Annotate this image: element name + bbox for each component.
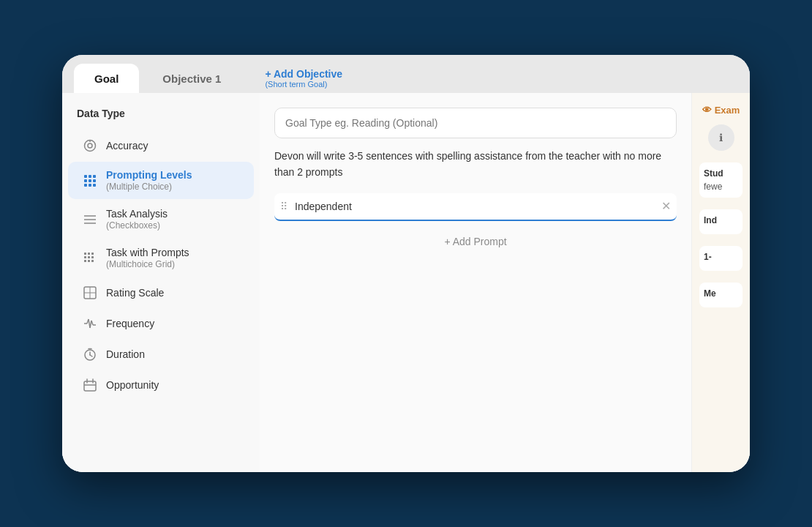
right-section-3-title: 1- [704, 252, 738, 262]
sidebar-item-opportunity-label: Opportunity [106, 379, 159, 391]
clear-prompt-button[interactable]: ✕ [661, 201, 671, 212]
svg-rect-3 [84, 175, 87, 178]
tab-objective1[interactable]: Objective 1 [142, 64, 241, 93]
svg-line-31 [91, 321, 93, 325]
sidebar-item-duration[interactable]: Duration [68, 340, 254, 369]
right-panel-header: 👁 Exam [702, 105, 740, 116]
add-prompt-label: + Add Prompt [444, 236, 506, 247]
svg-rect-23 [91, 260, 94, 262]
add-objective-label: + Add Objective [265, 68, 342, 80]
drag-handle-icon: ⠿ [280, 201, 287, 212]
frequency-icon [83, 316, 97, 331]
sidebar-item-accuracy-label: Accuracy [106, 140, 149, 152]
sidebar-item-task-prompts-text: Task with Prompts (Multichoice Grid) [106, 247, 189, 269]
right-section-1-title: Stud [704, 168, 738, 179]
sidebar-item-task-prompts-sub: (Multichoice Grid) [106, 259, 189, 269]
tab-goal[interactable]: Goal [74, 64, 139, 93]
svg-point-1 [88, 143, 92, 148]
right-section-4: Me [699, 283, 743, 307]
right-panel-title: Exam [715, 105, 740, 116]
sidebar-item-prompting-label: Prompting Levels [106, 169, 192, 181]
svg-rect-20 [91, 256, 94, 258]
right-info-icon[interactable]: ℹ [708, 124, 734, 151]
svg-rect-4 [89, 175, 91, 178]
right-section-1: Stud fewe [699, 162, 743, 198]
svg-rect-11 [93, 184, 96, 187]
sidebar-title: Data Type [62, 108, 260, 130]
sidebar-item-rating-text: Rating Scale [106, 287, 164, 299]
duration-icon [83, 347, 97, 362]
right-section-4-title: Me [704, 288, 738, 299]
add-prompt-button[interactable]: + Add Prompt [274, 227, 677, 256]
info-icon: ℹ [719, 132, 723, 143]
sidebar-item-accuracy[interactable]: Accuracy [68, 131, 254, 160]
sidebar-item-opportunity-text: Opportunity [106, 379, 159, 391]
task-with-prompts-icon [83, 251, 97, 266]
svg-line-35 [90, 355, 92, 356]
sidebar-item-task-analysis-text: Task Analysis (Checkboxes) [106, 208, 168, 231]
prompting-levels-icon [83, 173, 97, 188]
tab-goal-label: Goal [94, 72, 119, 85]
app-window: Goal Objective 1 + Add Objective (Short … [62, 55, 750, 472]
center-area: Devon will write 3-5 sentences with spel… [260, 93, 691, 472]
add-objective-sub: (Short term Goal) [265, 80, 327, 89]
sidebar-item-task-analysis-sub: (Checkboxes) [106, 220, 168, 231]
sidebar: Data Type Accuracy [62, 93, 260, 472]
svg-rect-5 [93, 175, 96, 178]
sidebar-item-prompting-text: Prompting Levels (Multiple Choice) [106, 169, 192, 192]
svg-rect-9 [84, 184, 87, 187]
sidebar-item-task-analysis-label: Task Analysis [106, 208, 168, 220]
sidebar-item-prompting-levels[interactable]: Prompting Levels (Multiple Choice) [68, 162, 254, 199]
sidebar-item-task-with-prompts[interactable]: Task with Prompts (Multichoice Grid) [68, 239, 254, 277]
right-section-2: Ind [699, 209, 743, 234]
svg-rect-16 [88, 253, 90, 255]
main-content: Data Type Accuracy [62, 93, 750, 472]
tabs-row: Goal Objective 1 + Add Objective (Short … [62, 55, 750, 93]
sidebar-item-frequency-label: Frequency [106, 318, 154, 329]
svg-rect-22 [88, 260, 90, 262]
svg-rect-19 [88, 256, 90, 258]
task-analysis-icon [83, 212, 97, 227]
sidebar-item-opportunity[interactable]: Opportunity [68, 370, 254, 400]
sidebar-item-frequency-text: Frequency [106, 318, 154, 329]
right-panel: 👁 Exam ℹ Stud fewe Ind 1- Me [691, 93, 750, 472]
accuracy-icon [83, 138, 97, 153]
svg-rect-37 [84, 381, 96, 391]
goal-text: Devon will write 3-5 sentences with spel… [274, 149, 677, 180]
svg-rect-7 [89, 179, 91, 182]
svg-rect-10 [89, 184, 91, 187]
sidebar-item-frequency[interactable]: Frequency [68, 309, 254, 338]
right-section-1-value: fewe [704, 182, 738, 192]
svg-line-30 [90, 321, 91, 328]
opportunity-icon [83, 378, 97, 392]
goal-type-input[interactable] [274, 108, 677, 138]
svg-rect-8 [93, 179, 96, 182]
svg-rect-21 [84, 260, 86, 262]
rating-scale-icon [83, 285, 97, 300]
svg-rect-15 [84, 253, 86, 255]
eye-icon: 👁 [702, 105, 712, 116]
sidebar-item-rating-label: Rating Scale [106, 287, 164, 299]
sidebar-item-duration-text: Duration [106, 348, 145, 360]
right-section-3: 1- [699, 246, 743, 271]
sidebar-item-task-prompts-label: Task with Prompts [106, 247, 189, 258]
sidebar-item-task-analysis[interactable]: Task Analysis (Checkboxes) [68, 201, 254, 238]
sidebar-item-rating-scale[interactable]: Rating Scale [68, 278, 254, 307]
sidebar-item-prompting-sub: (Multiple Choice) [106, 182, 192, 192]
prompt-row: ⠿ ✕ [274, 193, 677, 221]
sidebar-item-accuracy-text: Accuracy [106, 140, 149, 152]
svg-rect-6 [84, 179, 87, 182]
prompt-input[interactable] [295, 198, 654, 215]
tab-objective1-label: Objective 1 [162, 72, 221, 85]
sidebar-item-duration-label: Duration [106, 348, 145, 360]
svg-rect-17 [91, 253, 94, 255]
add-objective-button[interactable]: + Add Objective (Short term Goal) [250, 64, 357, 93]
right-section-2-title: Ind [704, 215, 738, 225]
svg-rect-18 [84, 256, 86, 258]
